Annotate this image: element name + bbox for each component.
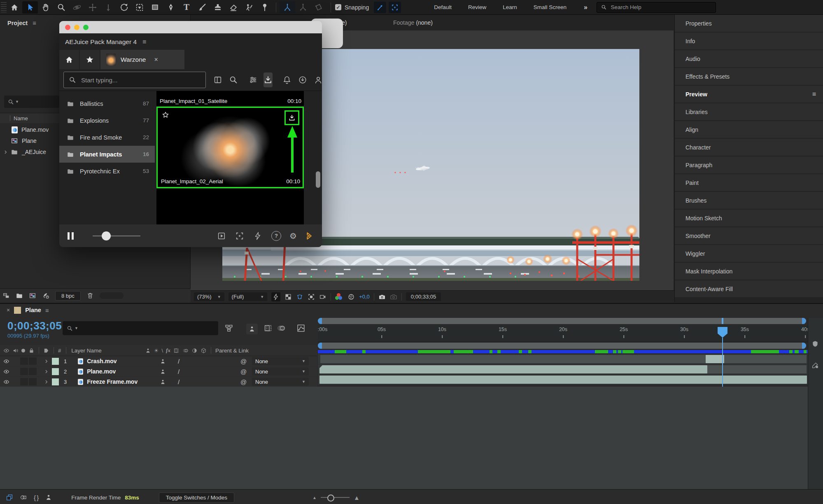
number-column-header[interactable]: # xyxy=(58,348,61,354)
comp-button-icon[interactable] xyxy=(811,362,819,369)
layer-label-chip[interactable] xyxy=(52,358,59,365)
zoom-window-button[interactable] xyxy=(83,25,89,30)
pickwhip-icon[interactable]: @ xyxy=(240,378,247,385)
sidebar-item-brushes[interactable]: Brushes xyxy=(675,192,823,209)
aejuice-search-field[interactable] xyxy=(63,72,206,88)
sidebar-item-audio[interactable]: Audio xyxy=(675,50,823,67)
interpret-footage-icon[interactable] xyxy=(2,292,10,299)
hand-tool[interactable] xyxy=(38,1,54,14)
layer-expand-chevron[interactable] xyxy=(43,369,49,375)
close-tab-icon[interactable]: × xyxy=(154,56,158,63)
toggle-switches-modes-button[interactable]: Toggle Switches / Modes xyxy=(159,492,234,503)
layer-name-column-header[interactable]: Layer Name xyxy=(71,348,102,354)
quick-actions-icon[interactable] xyxy=(253,231,262,240)
toolbar-grip[interactable] xyxy=(1,2,7,13)
layer-name[interactable]: Crash.mov xyxy=(87,358,117,364)
layer-eye-icon[interactable] xyxy=(3,369,9,375)
layer-label-chip[interactable] xyxy=(52,368,59,375)
aejuice-pack-tab-warzone[interactable]: Warzone × xyxy=(100,50,184,69)
folder-explosions[interactable]: Explosions77 xyxy=(59,112,155,129)
aejuice-titlebar[interactable] xyxy=(59,21,322,33)
layer-bar-crash-tail[interactable] xyxy=(724,355,807,363)
pickwhip-icon[interactable]: @ xyxy=(240,368,247,375)
sidebar-item-motion-sketch[interactable]: Motion Sketch xyxy=(675,210,823,226)
fast-previews-icon[interactable] xyxy=(271,292,280,301)
sidebar-item-effects-presets[interactable]: Effects & Presets xyxy=(675,68,823,85)
layer-eye-icon[interactable] xyxy=(3,358,9,364)
workspace-overflow-button[interactable]: » xyxy=(575,4,597,11)
help-icon[interactable]: ? xyxy=(271,231,281,241)
resolution-dropdown[interactable]: (Full)▼ xyxy=(228,292,268,301)
orbit-camera-tool[interactable] xyxy=(69,1,85,14)
settings-gear-icon[interactable]: ⚙ xyxy=(289,231,297,241)
panel-menu-icon[interactable]: ≡ xyxy=(812,91,816,98)
comp-marker-bin-icon[interactable] xyxy=(811,340,819,348)
shy-column-icon[interactable] xyxy=(145,348,151,354)
layer-expand-chevron[interactable] xyxy=(43,358,49,364)
panel-resize-pill[interactable] xyxy=(100,292,124,299)
pan-camera-tool[interactable] xyxy=(85,1,100,14)
folder-fire-and-smoke[interactable]: Fire and Smoke22 xyxy=(59,129,155,146)
show-snapshot-icon[interactable] xyxy=(390,293,397,301)
layer-name[interactable]: Plane.mov xyxy=(87,368,116,375)
favorite-star-icon[interactable] xyxy=(162,111,169,119)
sidebar-item-character[interactable]: Character xyxy=(675,139,823,156)
work-area-bar[interactable] xyxy=(318,343,806,349)
fx-column-icon[interactable]: fx xyxy=(166,347,170,354)
pen-tool[interactable] xyxy=(163,1,179,14)
zoom-slider-knob[interactable] xyxy=(327,495,334,502)
layer-row-2[interactable]: 2 Plane.mov / @ None▼ xyxy=(0,366,317,376)
render-engine-icon[interactable] xyxy=(42,292,49,299)
label-column-icon[interactable] xyxy=(43,348,49,354)
slider-knob[interactable] xyxy=(102,231,111,240)
timeline-tab-plane[interactable]: Plane xyxy=(25,307,41,313)
time-navigator-bar[interactable] xyxy=(318,318,806,324)
aejuice-home-tab[interactable] xyxy=(59,50,79,69)
close-tab-icon[interactable]: × xyxy=(7,307,10,313)
close-window-button[interactable] xyxy=(65,25,70,30)
zoom-in-mountain-icon[interactable]: ▲ xyxy=(354,494,360,501)
list-scrollbar-thumb[interactable] xyxy=(316,171,320,188)
adjustment-column-icon[interactable] xyxy=(191,348,198,354)
solo-column-icon[interactable] xyxy=(21,349,25,352)
layer-shy-icon[interactable] xyxy=(160,379,166,385)
layer-name[interactable]: Freeze Frame.mov xyxy=(87,378,138,385)
aejuice-favorites-tab[interactable] xyxy=(80,50,100,69)
project-search-field[interactable]: ▼ xyxy=(4,96,59,108)
folder-ballistics[interactable]: Ballistics87 xyxy=(59,95,155,112)
expressions-icon[interactable]: { } xyxy=(34,494,38,501)
snap-bounds-button[interactable] xyxy=(389,2,401,13)
type-tool[interactable]: T xyxy=(179,1,194,14)
layer-quality-icon[interactable]: / xyxy=(178,378,180,385)
sidebar-item-info[interactable]: Info xyxy=(675,33,823,49)
layer-shy-icon[interactable] xyxy=(160,358,166,364)
sidebar-item-mask-interpolation[interactable]: Mask Interpolation xyxy=(675,263,823,280)
download-item-button[interactable] xyxy=(284,110,299,125)
shy-toggle-icon[interactable] xyxy=(45,494,52,501)
sidebar-item-paragraph[interactable]: Paragraph xyxy=(675,156,823,173)
aejuice-search-input[interactable] xyxy=(80,76,205,84)
camera-view-icon[interactable] xyxy=(319,293,326,301)
navigator-end-handle[interactable] xyxy=(802,318,806,324)
magnification-dropdown[interactable]: (73%)▼ xyxy=(194,292,224,301)
sidebar-item-smoother[interactable]: Smoother xyxy=(675,227,823,244)
pause-previews-icon[interactable] xyxy=(68,232,74,240)
play-preview-icon[interactable] xyxy=(217,231,226,240)
clone-stamp-tool[interactable] xyxy=(210,1,226,14)
snap-options-button[interactable] xyxy=(374,2,386,13)
layer-shy-icon[interactable] xyxy=(160,369,166,375)
sidebar-item-wiggler[interactable]: Wiggler xyxy=(675,245,823,262)
layer-bar-crash[interactable] xyxy=(320,355,706,363)
region-of-interest-icon[interactable] xyxy=(308,293,315,301)
filter-sliders-icon[interactable] xyxy=(249,75,258,84)
zoom-out-mountain-icon[interactable]: ▲ xyxy=(312,495,317,500)
motion-blur-icon[interactable] xyxy=(277,324,286,333)
search-help-box[interactable] xyxy=(597,2,716,13)
sidebar-item-preview[interactable]: Preview≡ xyxy=(675,86,823,103)
collapse-column-icon[interactable]: ☀ xyxy=(154,348,159,354)
layer-row-1[interactable]: 1 Crash.mov / @ None▼ xyxy=(0,356,317,366)
trash-icon[interactable] xyxy=(86,292,94,299)
folder-pyrotechnic[interactable]: Pyrotechnic Ex53 xyxy=(59,163,155,180)
shape-tool[interactable] xyxy=(147,1,163,14)
layer-bar-plane[interactable] xyxy=(319,365,707,373)
